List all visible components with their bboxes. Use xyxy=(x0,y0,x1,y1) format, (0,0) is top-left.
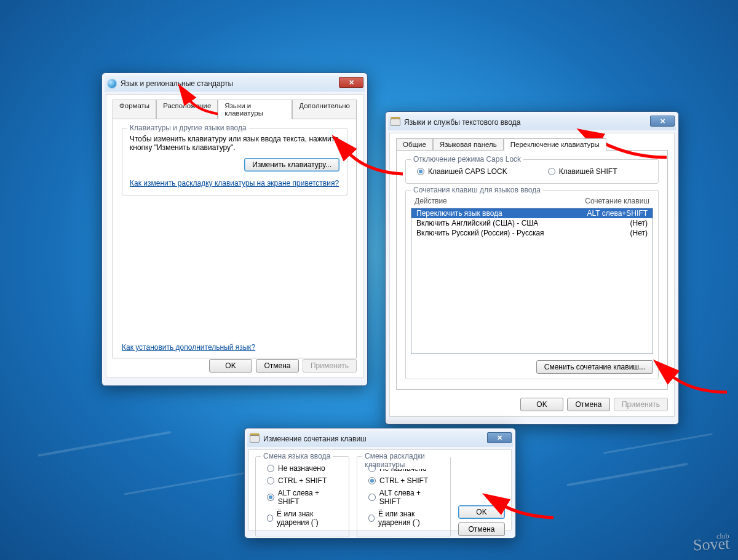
titlebar[interactable]: Изменение сочетания клавиш ✕ xyxy=(247,431,513,447)
tab-keyboard-switching[interactable]: Переключение клавиатуры xyxy=(504,138,606,151)
input-language-option[interactable]: Не назначено xyxy=(267,464,341,473)
ok-button[interactable]: OK xyxy=(520,398,563,411)
group-title: Отключение режима Caps Lock xyxy=(411,155,523,164)
radio-icon xyxy=(267,477,274,484)
cancel-button[interactable]: Отмена xyxy=(567,398,610,411)
tab-keyboards-languages[interactable]: Языки и клавиатуры xyxy=(218,100,292,119)
group-title: Клавиатуры и другие языки ввода xyxy=(127,124,249,132)
titlebar[interactable]: Языки и службы текстового ввода ✕ xyxy=(388,114,676,130)
radio-icon xyxy=(267,465,274,472)
radio-label: Клавишей SHIFT xyxy=(559,167,617,176)
radio-icon xyxy=(368,465,376,472)
hotkey-list[interactable]: Переключить язык вводаALT слева+SHIFTВкл… xyxy=(411,208,653,354)
keyboard-layout-option[interactable]: ALT слева + SHIFT xyxy=(368,489,443,506)
change-keyboard-button[interactable]: Изменить клавиатуру... xyxy=(244,158,339,172)
keyboard-icon xyxy=(250,435,260,443)
watermark-name: Sovet xyxy=(692,534,730,554)
tab-location[interactable]: Расположение xyxy=(156,100,218,119)
keyboard-icon xyxy=(391,119,400,126)
list-item-action: Включить Английский (США) - США xyxy=(416,219,538,227)
keyboards-group: Клавиатуры и другие языки ввода Чтобы из… xyxy=(122,128,347,195)
close-button[interactable]: ✕ xyxy=(650,116,675,127)
group-description: Чтобы изменить клавиатуру или язык ввода… xyxy=(130,135,339,152)
apply-button: Применить xyxy=(614,398,668,411)
close-icon: ✕ xyxy=(349,79,354,87)
list-item-combo: (Нет) xyxy=(630,229,648,237)
close-icon: ✕ xyxy=(497,434,502,442)
text-services-window: Языки и службы текстового ввода ✕ Общие … xyxy=(385,111,679,425)
col-action: Действие xyxy=(415,197,447,205)
radio-label: Клавишей CAPS LOCK xyxy=(428,167,507,176)
input-language-option[interactable]: CTRL + SHIFT xyxy=(267,476,341,485)
input-language-option[interactable]: ALT слева + SHIFT xyxy=(267,489,341,506)
radio-label: CTRL + SHIFT xyxy=(278,476,327,485)
list-item-combo: ALT слева+SHIFT xyxy=(587,209,648,218)
tab-content: Отключение режима Caps Lock Клавишей CAP… xyxy=(396,150,668,390)
ok-button[interactable]: OK xyxy=(458,505,505,519)
cancel-button[interactable]: Отмена xyxy=(256,359,299,373)
window-title: Изменение сочетания клавиш xyxy=(263,435,367,443)
link-change-welcome-screen-layout[interactable]: Как изменить раскладку клавиатуры на экр… xyxy=(130,179,339,187)
list-item-combo: (Нет) xyxy=(630,219,648,227)
radio-icon xyxy=(368,494,376,501)
radio-icon xyxy=(267,494,274,501)
decor-streak xyxy=(603,433,713,454)
radio-icon xyxy=(368,515,375,522)
list-item-action: Переключить язык ввода xyxy=(416,209,502,218)
cancel-button[interactable]: Отмена xyxy=(458,523,505,536)
tab-formats[interactable]: Форматы xyxy=(113,100,156,119)
keyboard-layout-switch-group: Смена раскладки клавиатуры Не назначеноC… xyxy=(357,456,451,537)
window-title: Язык и региональные стандарты xyxy=(121,79,233,88)
close-button[interactable]: ✕ xyxy=(339,77,363,88)
radio-icon xyxy=(417,168,424,175)
tab-general[interactable]: Общие xyxy=(396,138,433,151)
list-item[interactable]: Включить Русский (Россия) - Русская(Нет) xyxy=(411,228,653,238)
tabs: Общие Языковая панель Переключение клави… xyxy=(396,138,668,151)
radio-capslock-key[interactable]: Клавишей CAPS LOCK xyxy=(417,167,507,176)
list-item-action: Включить Русский (Россия) - Русская xyxy=(416,229,544,237)
keyboard-layout-option[interactable]: CTRL + SHIFT xyxy=(368,476,443,485)
globe-icon xyxy=(107,79,117,89)
decor-streak xyxy=(38,431,171,457)
capslock-group: Отключение режима Caps Lock Клавишей CAP… xyxy=(405,159,659,184)
ok-button[interactable]: OK xyxy=(209,359,252,373)
window-title: Языки и службы текстового ввода xyxy=(404,118,520,127)
radio-icon xyxy=(548,168,555,175)
radio-label: ALT слева + SHIFT xyxy=(379,489,443,506)
tabs: Форматы Расположение Языки и клавиатуры … xyxy=(113,100,357,119)
apply-button: Применить xyxy=(303,359,357,373)
group-title: Сочетания клавиш для языков ввода xyxy=(411,186,543,194)
watermark: club Sovet xyxy=(692,531,730,554)
keyboard-layout-option[interactable]: Ё или знак ударения (`) xyxy=(368,510,443,527)
radio-icon xyxy=(267,515,273,522)
radio-icon xyxy=(368,477,376,484)
close-button[interactable]: ✕ xyxy=(487,432,512,443)
radio-label: ALT слева + SHIFT xyxy=(278,489,341,506)
radio-label: Не назначено xyxy=(278,464,325,473)
change-key-sequence-window: Изменение сочетания клавиш ✕ Смена языка… xyxy=(244,428,516,538)
tab-advanced[interactable]: Дополнительно xyxy=(292,100,357,119)
tab-language-bar[interactable]: Языковая панель xyxy=(433,138,504,151)
list-item[interactable]: Переключить язык вводаALT слева+SHIFT xyxy=(411,208,653,218)
radio-shift-key[interactable]: Клавишей SHIFT xyxy=(548,167,617,176)
window-body: Форматы Расположение Языки и клавиатуры … xyxy=(106,94,363,378)
region-language-window: Язык и региональные стандарты ✕ Форматы … xyxy=(101,73,368,386)
col-combo: Сочетание клавиш xyxy=(585,197,649,205)
hotkeys-group: Сочетания клавиш для языков ввода Действ… xyxy=(405,190,659,379)
change-key-sequence-button[interactable]: Сменить сочетание клавиш... xyxy=(536,360,653,374)
dialog-buttons: OK Отмена Применить xyxy=(520,398,668,411)
radio-label: Ё или знак ударения (`) xyxy=(378,510,443,527)
radio-label: Ё или знак ударения (`) xyxy=(277,510,341,527)
titlebar[interactable]: Язык и региональные стандарты ✕ xyxy=(105,76,365,92)
tab-content: Клавиатуры и другие языки ввода Чтобы из… xyxy=(113,119,357,358)
group-title: Смена языка ввода xyxy=(261,452,333,460)
dialog-buttons: OK Отмена xyxy=(458,456,505,537)
input-language-option[interactable]: Ё или знак ударения (`) xyxy=(267,510,341,527)
input-language-switch-group: Смена языка ввода Не назначеноCTRL + SHI… xyxy=(255,456,349,537)
link-install-additional-language[interactable]: Как установить дополнительный язык? xyxy=(122,343,255,352)
window-body: Смена языка ввода Не назначеноCTRL + SHI… xyxy=(248,449,512,530)
radio-label: CTRL + SHIFT xyxy=(379,476,428,485)
list-item[interactable]: Включить Английский (США) - США(Нет) xyxy=(411,218,653,228)
dialog-buttons: OK Отмена Применить xyxy=(209,359,357,373)
decor-streak xyxy=(566,463,688,487)
